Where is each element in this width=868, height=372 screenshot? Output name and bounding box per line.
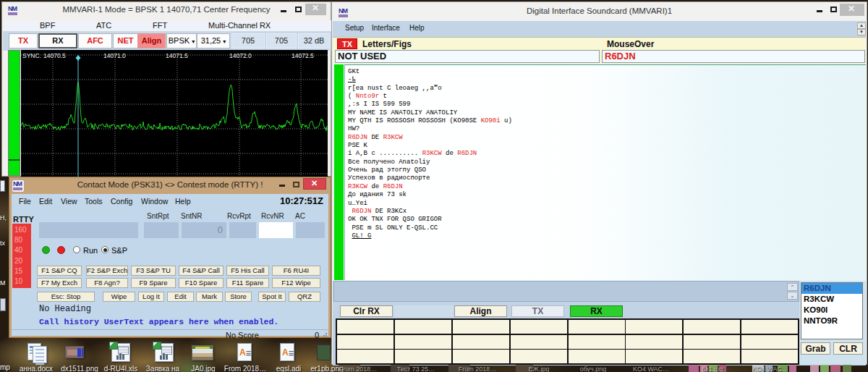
svg-text:14071.0: 14071.0 <box>103 52 126 59</box>
svg-text:14072.5: 14072.5 <box>292 52 314 59</box>
svg-text:14070.5: 14070.5 <box>43 52 66 59</box>
svg-text:14071.5: 14071.5 <box>166 52 188 59</box>
svg-text:SYNC.: SYNC. <box>22 52 41 59</box>
svg-text:14072.0: 14072.0 <box>229 52 252 59</box>
